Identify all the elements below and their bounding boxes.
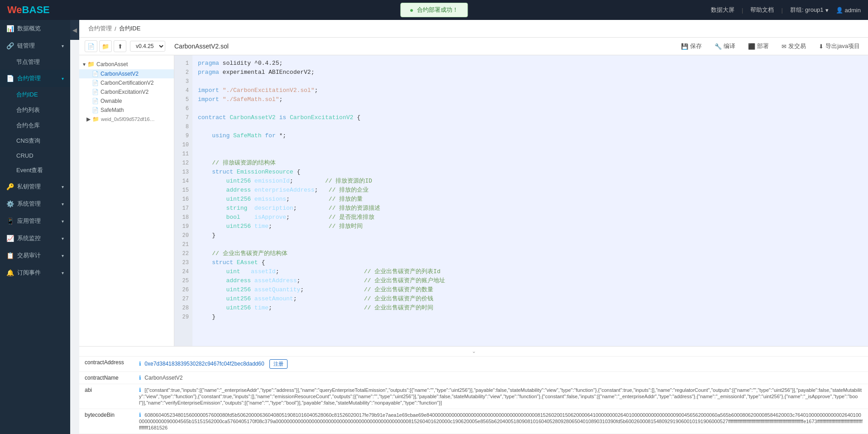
save-button[interactable]: 💾 保存 [678,41,705,52]
sidebar-item-system-manage[interactable]: ⚙️ 系统管理 ▾ [0,195,70,212]
code-editor[interactable]: 12345 678910 1112131415 1617181920 21222… [174,55,868,346]
upload-icon: ⬆ [118,43,123,50]
ide-toolbar: 📄 📁 ⬆ v0.4.25 CarbonAssetV2.sol 💾 [79,38,868,55]
sidebar-item-private-key[interactable]: 🔑 私钥管理 ▾ [0,178,70,195]
send-tx-label: 发交易 [788,42,806,50]
subscribe-events-icon: 🔔 [6,269,14,276]
file-carbonassetv2[interactable]: 📄 CarbonAssetV2 [79,69,174,78]
file-title: CarbonAssetV2.sol [174,43,229,50]
sidebar-item-contract-ide[interactable]: 合约IDE [0,87,70,102]
register-button[interactable]: 注册 [269,359,288,369]
abi-text: [{"constant":true,"inputs":[{"name":"_en… [139,387,862,405]
contract-address-label: contractAddress [79,357,134,372]
sidebar-item-data-overview[interactable]: 📊 数据概览 [0,20,70,37]
send-tx-button[interactable]: ✉ 发交易 [779,41,809,52]
contract-name-text: CarbonAssetV2 [144,375,182,381]
sidebar-item-tx-audit[interactable]: 📋 交易审计 ▾ [0,247,70,264]
file-icon: 📄 [92,89,99,95]
file-safemath[interactable]: 📄 SafeMath [79,106,174,115]
help-docs-link[interactable]: 帮助文档 [750,6,774,14]
bytecodebin-value: ℹ 608060405234801560000057600080fd5b5062… [134,409,868,434]
table-row: bytecodeBin ℹ 60806040523480156000005760… [79,409,868,434]
sidebar-item-cns-query[interactable]: CNS查询 [0,133,70,149]
ide-container: 📄 📁 ⬆ v0.4.25 CarbonAssetV2.sol 💾 [79,38,868,434]
new-file-button[interactable]: 📄 [85,40,97,52]
system-monitor-icon: 📈 [6,235,14,242]
sidebar-item-contract-warehouse[interactable]: 合约仓库 [0,118,70,133]
user-info[interactable]: 👤 admin [836,7,861,14]
sidebar-item-contract-list[interactable]: 合约列表 [0,102,70,118]
file-name: CarbonExcitationV2 [101,89,149,95]
breadcrumb-parent[interactable]: 合约管理 [88,24,112,33]
sidebar-item-node-manage[interactable]: 节点管理 [0,54,70,70]
sidebar-item-event-query[interactable]: Event查看 [0,163,70,178]
sidebar-item-label: 合约IDE [16,91,38,99]
sidebar-item-label: CNS查询 [16,137,40,145]
sidebar-item-crud[interactable]: CRUD [0,149,70,163]
contract-address-value: ℹ 0xe7d384183839530282c9467fc04f2bec8dad… [134,357,868,372]
file-icon: 📄 [92,80,99,86]
chevron-icon: ▾ [62,253,64,258]
notification-banner: ● 合约部署成功！ [400,3,468,17]
sidebar-item-contract-manage[interactable]: 📄 合约管理 ▾ [0,70,70,87]
sidebar: 📊 数据概览 🔗 链管理 ▾ 节点管理 📄 合约管理 ▾ 合约IDE 合约列表 … [0,20,70,434]
breadcrumb: 合约管理 / 合约IDE [79,20,868,38]
sidebar-item-system-monitor[interactable]: 📈 系统监控 ▾ [0,230,70,247]
sidebar-item-label: 订阅事件 [17,269,41,277]
logo[interactable]: WeBASE [7,4,50,16]
toolbar-right: 💾 保存 🔧 编译 ⬛ 部署 ✉ 发交易 [678,41,863,52]
info-table: contractAddress ℹ 0xe7d384183839530282c9… [79,357,868,434]
contract-address-link[interactable]: 0xe7d384183839530282c9467fc04f2bec8dadd6… [144,361,264,367]
export-button[interactable]: ⬇ 导出java项目 [816,41,863,52]
file-carboncertificationv2[interactable]: 📄 CarbonCertificationV2 [79,78,174,87]
upload-button[interactable]: ⬆ [114,40,126,52]
sub-folder-weid[interactable]: ▶ 📁 weid_0x5f09d572df16b0f30a2ccbd... [79,115,174,124]
content-area: 合约管理 / 合约IDE 📄 📁 ⬆ [79,20,868,434]
sidebar-toggle[interactable]: ◀ [70,20,79,40]
sidebar-item-app-manage[interactable]: 📱 应用管理 ▾ [0,212,70,230]
folder-icon: 📁 [92,116,99,122]
sub-folder-name: weid_0x5f09d572df16b0f30a2ccbd... [101,116,155,122]
new-file-icon: 📄 [87,43,95,50]
chevron-down-icon: ▾ [825,7,829,14]
file-name: CarbonCertificationV2 [101,80,153,86]
main-layout: 📊 数据概览 🔗 链管理 ▾ 节点管理 📄 合约管理 ▾ 合约IDE 合约列表 … [0,20,868,434]
file-name: SafeMath [101,107,124,113]
chevron-icon: ▾ [62,202,64,207]
file-icon: 📄 [92,71,99,77]
deploy-icon: ⬛ [748,43,755,50]
abi-value: ℹ [{"constant":true,"inputs":[{"name":"_… [134,384,868,409]
file-icon: 📄 [92,107,99,113]
save-label: 保存 [690,42,702,50]
toolbar-file-icons: 📄 📁 ⬆ [85,40,126,52]
file-ownable[interactable]: 📄 Ownable [79,96,174,106]
file-tree: ▾ 📁 CarbonAsset 📄 CarbonAssetV2 📄 Carbon… [79,55,174,346]
private-key-icon: 🔑 [6,183,14,190]
folder-icon: 📁 [87,61,95,68]
sidebar-item-chain-manage[interactable]: 🔗 链管理 ▾ [0,37,70,54]
data-screen-link[interactable]: 数据大屏 [711,6,734,14]
sidebar-item-label: CRUD [16,152,34,159]
chevron-icon: ▾ [62,184,64,189]
compile-button[interactable]: 🔧 编译 [712,41,738,52]
root-folder-name: CarbonAsset [96,61,128,68]
abi-label: abi [79,384,134,409]
file-carbonexcitationv2[interactable]: 📄 CarbonExcitationV2 [79,87,174,96]
version-select[interactable]: v0.4.25 [130,41,165,52]
info-icon: ℹ [139,375,141,381]
root-folder[interactable]: ▾ 📁 CarbonAsset [79,59,174,69]
tx-audit-icon: 📋 [6,252,14,259]
user-icon: 👤 [836,7,843,14]
sidebar-item-subscribe-events[interactable]: 🔔 订阅事件 ▾ [0,264,70,281]
info-icon: ℹ [139,387,141,393]
scroll-icon: ⌄ [472,348,476,354]
deploy-button[interactable]: ⬛ 部署 [745,41,772,52]
group-dropdown[interactable]: 群组: group1 ▾ [790,6,829,14]
breadcrumb-separator: / [115,25,116,32]
new-folder-button[interactable]: 📁 [99,40,112,52]
new-folder-icon: 📁 [102,43,109,50]
compile-icon: 🔧 [715,43,722,50]
line-numbers: 12345 678910 1112131415 1617181920 21222… [174,55,192,346]
chevron-icon: ▾ [62,76,64,81]
table-row: abi ℹ [{"constant":true,"inputs":[{"name… [79,384,868,409]
